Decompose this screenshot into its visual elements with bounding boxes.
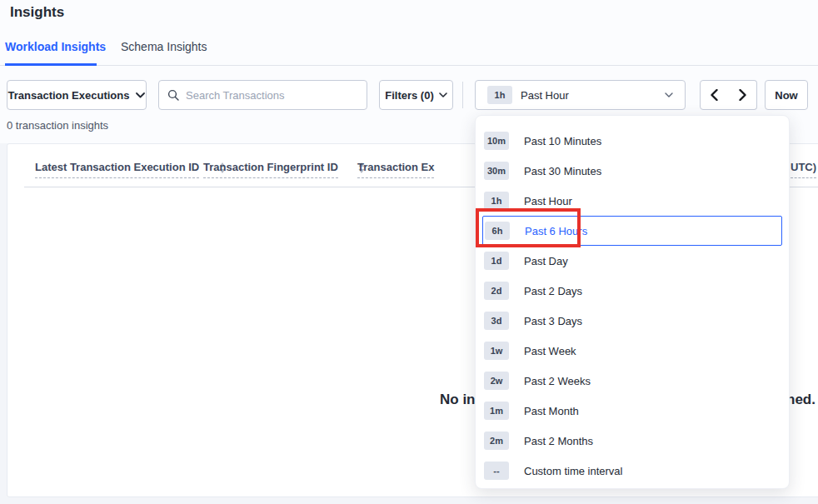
transaction-type-select[interactable]: Transaction Executions: [7, 80, 147, 110]
search-icon: [167, 89, 179, 101]
time-option-past-month[interactable]: 1m Past Month: [482, 396, 782, 426]
empty-state-text-fragment-right: ned.: [786, 392, 816, 408]
column-header-latest-transaction-execution-id[interactable]: Latest Transaction Execution ID: [35, 161, 226, 178]
time-option-past-30-minutes[interactable]: 30m Past 30 Minutes: [482, 156, 782, 186]
column-header-label: Latest Transaction Execution ID: [35, 161, 199, 178]
active-tab-underline: [5, 63, 97, 66]
time-option-badge: 1d: [484, 252, 509, 270]
filters-button[interactable]: Filters (0): [379, 80, 453, 110]
time-interval-badge: 1h: [487, 86, 512, 104]
column-header-label: Transaction Fingerprint ID: [203, 161, 338, 178]
time-option-custom-time-interval[interactable]: -- Custom time interval: [482, 456, 782, 486]
transaction-type-select-label: Transaction Executions: [8, 89, 130, 102]
search-transactions-input[interactable]: [186, 89, 358, 102]
time-interval-dropdown: 10m Past 10 Minutes 30m Past 30 Minutes …: [475, 115, 790, 489]
insights-count-summary: 0 transaction insights: [7, 119, 108, 132]
column-header-transaction-fingerprint-id[interactable]: Transaction Fingerprint ID: [203, 161, 365, 178]
column-header-transaction-execution-truncated[interactable]: Transaction Ex: [357, 161, 434, 178]
search-transactions-box[interactable]: [158, 80, 367, 110]
time-option-badge: 3d: [484, 312, 509, 330]
time-option-past-10-minutes[interactable]: 10m Past 10 Minutes: [482, 126, 782, 156]
time-option-label: Past Week: [524, 345, 576, 357]
time-option-label: Past Month: [524, 405, 579, 417]
time-option-label: Past 2 Weeks: [524, 375, 591, 387]
time-option-badge: --: [484, 462, 509, 480]
now-button-label: Now: [775, 89, 797, 102]
column-header-utc-truncated[interactable]: UTC): [791, 161, 816, 178]
page-title: Insights: [10, 4, 64, 21]
time-option-past-3-days[interactable]: 3d Past 3 Days: [482, 306, 782, 336]
time-option-label: Past 6 Hours: [525, 225, 587, 237]
column-header-label: UTC): [791, 161, 816, 178]
time-option-past-2-days[interactable]: 2d Past 2 Days: [482, 276, 782, 306]
time-option-badge: 2d: [484, 282, 509, 300]
time-option-badge: 1w: [484, 342, 509, 360]
time-option-badge: 1m: [484, 402, 509, 420]
time-range-prev-button[interactable]: [700, 80, 729, 110]
tabbar: Workload Insights Schema Insights: [0, 37, 818, 66]
time-option-label: Past 2 Months: [524, 435, 593, 447]
time-option-label: Past Day: [524, 255, 568, 267]
time-option-badge: 2w: [484, 372, 509, 390]
chevron-right-icon: [739, 89, 746, 101]
column-header-label: Transaction Ex: [357, 161, 434, 178]
time-range-next-button[interactable]: [728, 80, 757, 110]
tab-workload-insights[interactable]: Workload Insights: [5, 40, 106, 53]
time-interval-label: Past Hour: [521, 89, 569, 102]
time-option-label: Custom time interval: [524, 465, 622, 477]
time-option-past-week[interactable]: 1w Past Week: [482, 336, 782, 366]
now-button[interactable]: Now: [765, 80, 808, 110]
time-option-badge: 2m: [484, 432, 509, 450]
empty-state-text-fragment-left: No in: [440, 392, 476, 408]
time-option-past-6-hours[interactable]: 6h Past 6 Hours: [482, 216, 782, 246]
time-option-label: Past 3 Days: [524, 315, 582, 327]
time-option-badge: 10m: [484, 132, 509, 150]
insights-page: Insights Workload Insights Schema Insigh…: [0, 0, 818, 504]
chevron-left-icon: [711, 89, 718, 101]
time-option-badge: 1h: [484, 192, 509, 210]
time-option-past-2-months[interactable]: 2m Past 2 Months: [482, 426, 782, 456]
time-option-past-day[interactable]: 1d Past Day: [482, 246, 782, 276]
chevron-down-icon: [439, 92, 447, 97]
chevron-down-icon: [136, 92, 145, 98]
time-option-badge: 6h: [485, 222, 510, 240]
time-option-past-hour[interactable]: 1h Past Hour: [482, 186, 782, 216]
toolbar-divider: [462, 82, 463, 108]
time-option-label: Past Hour: [524, 195, 572, 207]
tab-schema-insights[interactable]: Schema Insights: [121, 40, 207, 53]
time-interval-picker[interactable]: 1h Past Hour: [475, 80, 686, 110]
time-option-label: Past 2 Days: [524, 285, 582, 297]
time-option-label: Past 10 Minutes: [524, 135, 601, 147]
time-option-label: Past 30 Minutes: [524, 165, 601, 177]
chevron-down-icon: [665, 92, 673, 97]
time-option-past-2-weeks[interactable]: 2w Past 2 Weeks: [482, 366, 782, 396]
filters-button-label: Filters (0): [385, 89, 434, 102]
time-option-badge: 30m: [484, 162, 509, 180]
